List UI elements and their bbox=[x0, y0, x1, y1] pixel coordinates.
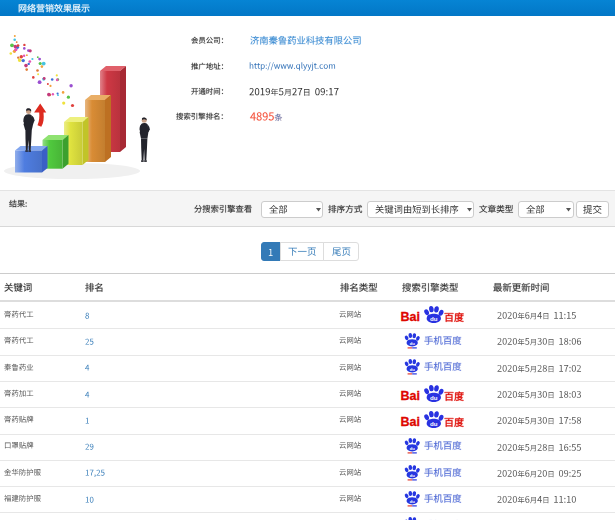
svg-text:du: du bbox=[410, 341, 416, 346]
svg-text:du: du bbox=[410, 499, 416, 504]
svg-text:du: du bbox=[430, 420, 438, 427]
svg-text:du: du bbox=[430, 394, 438, 401]
svg-text:Bai: Bai bbox=[401, 389, 420, 403]
svg-text:Bai: Bai bbox=[401, 416, 420, 430]
svg-text:du: du bbox=[410, 446, 416, 451]
svg-text:du: du bbox=[410, 367, 416, 372]
svg-text:Bai: Bai bbox=[401, 310, 420, 324]
svg-text:du: du bbox=[430, 315, 438, 322]
svg-text:du: du bbox=[410, 473, 416, 478]
